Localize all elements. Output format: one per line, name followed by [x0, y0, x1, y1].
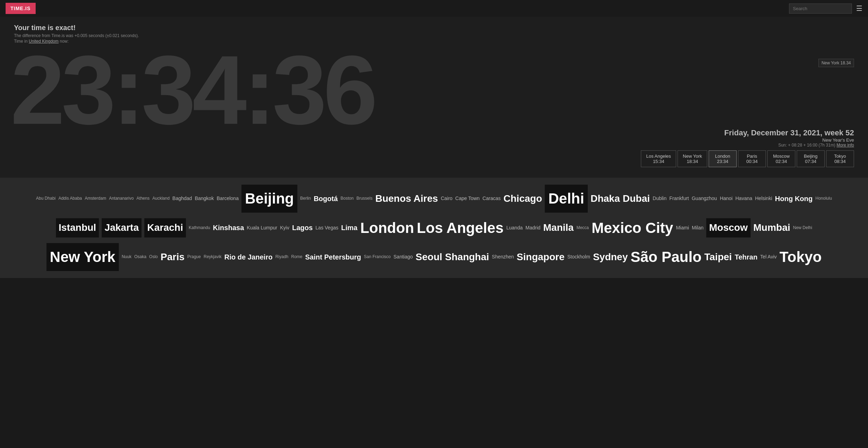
city-tag[interactable]: Athens — [137, 195, 150, 202]
city-tag[interactable]: Dubai — [623, 190, 650, 207]
city-tag[interactable]: Brussels — [356, 195, 372, 202]
city-tag[interactable]: Dublin — [653, 194, 667, 203]
logo[interactable]: TIME.IS — [6, 3, 36, 14]
city-time-box[interactable]: Beijing07:34 — [797, 150, 825, 167]
city-time-box[interactable]: New York18:34 — [678, 150, 707, 167]
city-tag[interactable]: Los Angeles — [417, 215, 504, 241]
city-tag[interactable]: São Paulo — [631, 244, 702, 270]
city-tag[interactable]: Caracas — [483, 194, 501, 203]
city-tag[interactable]: Beijing — [241, 185, 297, 213]
city-tag[interactable]: Antananarivo — [109, 195, 134, 202]
city-tag[interactable]: Kyiv — [280, 223, 289, 232]
city-tag[interactable]: Shanghai — [445, 248, 489, 266]
city-tag[interactable]: Havana — [735, 194, 752, 203]
city-time-box[interactable]: Tokyo08:34 — [826, 150, 854, 167]
city-tag[interactable]: Luanda — [506, 223, 523, 232]
city-tag[interactable]: Delhi — [545, 185, 588, 213]
city-tag[interactable]: Karachi — [144, 218, 186, 237]
city-time-value: 18:34 — [683, 159, 702, 164]
city-tag[interactable]: Miami — [676, 223, 689, 232]
city-tag[interactable]: Rio de Janeiro — [224, 251, 273, 263]
city-tag[interactable]: Amsterdam — [85, 195, 106, 202]
city-tag[interactable]: Riyadh — [275, 253, 288, 261]
city-tag[interactable]: Auckland — [152, 195, 169, 202]
city-tag[interactable]: Bogotá — [314, 192, 338, 205]
city-tag[interactable]: Prague — [187, 253, 201, 261]
city-tag[interactable]: Addis Ababa — [58, 195, 82, 202]
city-tag[interactable]: London — [360, 215, 414, 241]
city-tag[interactable]: Bangkok — [195, 194, 214, 203]
city-tag[interactable]: Reykjavik — [204, 253, 222, 261]
city-name: Paris — [743, 154, 761, 159]
city-tag[interactable]: Taipei — [704, 248, 732, 266]
city-tag[interactable]: Boston — [341, 195, 354, 202]
time-section: Your time is exact! The difference from … — [0, 17, 868, 178]
menu-icon[interactable]: ☰ — [856, 4, 862, 13]
city-tag[interactable]: Saint Petersburg — [305, 251, 361, 263]
city-tag[interactable]: Baghdad — [172, 194, 192, 203]
city-tag[interactable]: Kinshasa — [213, 221, 244, 234]
city-tag[interactable]: Tokyo — [780, 244, 822, 270]
city-tag[interactable]: Honolulu — [816, 195, 832, 202]
city-tag[interactable]: Jakarta — [102, 218, 142, 237]
search-input[interactable] — [789, 3, 852, 14]
city-tag[interactable]: Madrid — [526, 223, 541, 232]
city-tag[interactable]: Kuala Lumpur — [247, 223, 277, 232]
city-tag[interactable]: Kathmandu — [189, 224, 210, 232]
city-times: Los Angeles15:34New York18:34London23:34… — [14, 150, 854, 167]
city-time-box[interactable]: Los Angeles15:34 — [641, 150, 676, 167]
city-tag[interactable]: Hanoi — [720, 194, 733, 203]
city-tag[interactable]: Lagos — [292, 221, 313, 234]
city-tag[interactable]: Rome — [291, 253, 302, 261]
cities-section: Abu Dhabi Addis Ababa Amsterdam Antanana… — [0, 178, 868, 278]
city-tag[interactable]: Guangzhou — [692, 194, 717, 203]
city-tag[interactable]: Hong Kong — [775, 192, 813, 205]
city-tag[interactable]: Manila — [543, 219, 574, 236]
city-tag[interactable]: Las Vegas — [316, 223, 338, 232]
city-tag[interactable]: Lima — [341, 221, 357, 234]
city-tag[interactable]: Barcelona — [217, 194, 239, 203]
city-tag[interactable]: Osaka — [134, 253, 146, 261]
city-tag[interactable]: Tehran — [735, 251, 757, 263]
city-tag[interactable]: Santiago — [393, 253, 413, 261]
city-tag[interactable]: Shenzhen — [492, 253, 514, 261]
city-time-value: 15:34 — [646, 159, 671, 164]
city-tag[interactable]: Paris — [161, 248, 185, 266]
city-name: Beijing — [802, 154, 819, 159]
city-tag[interactable]: Helsinki — [755, 194, 772, 203]
city-tag[interactable]: Nuuk — [122, 253, 131, 261]
more-info-link[interactable]: More info — [837, 143, 854, 148]
city-tag[interactable]: Mumbai — [753, 219, 790, 236]
city-time-box[interactable]: Paris00:34 — [738, 150, 766, 167]
city-tag[interactable]: Cape Town — [455, 194, 480, 203]
city-time-value: 02:34 — [773, 159, 790, 164]
city-tag[interactable]: Singapore — [517, 248, 565, 266]
city-tag[interactable]: New Delhi — [793, 224, 812, 232]
city-name: New York — [683, 154, 702, 159]
city-tag[interactable]: Istanbul — [56, 218, 99, 237]
city-time-box[interactable]: London23:34 — [709, 150, 737, 167]
city-tag[interactable]: Chicago — [504, 190, 542, 207]
city-tag[interactable]: Oslo — [149, 253, 158, 261]
city-tag[interactable]: Stockholm — [567, 253, 590, 261]
city-tag[interactable]: Milan — [692, 223, 703, 232]
city-time-box[interactable]: Moscow02:34 — [767, 150, 795, 167]
city-time-value: 07:34 — [802, 159, 819, 164]
city-time-value: 08:34 — [831, 159, 849, 164]
city-tag[interactable]: Berlin — [300, 195, 311, 202]
city-tag[interactable]: Dhaka — [591, 190, 620, 207]
city-tag[interactable]: New York — [46, 243, 119, 271]
city-tag[interactable]: San Francisco — [364, 253, 391, 261]
city-name: London — [714, 154, 731, 159]
city-tag[interactable]: Mecca — [577, 224, 589, 232]
city-tag[interactable]: Mexico City — [592, 215, 673, 241]
cities-cloud: Abu Dhabi Addis Ababa Amsterdam Antanana… — [28, 185, 840, 271]
city-tag[interactable]: Seoul — [415, 248, 442, 266]
city-tag[interactable]: Abu Dhabi — [36, 195, 56, 202]
city-tag[interactable]: Buenos Aires — [375, 190, 438, 207]
city-tag[interactable]: Frankfurt — [669, 194, 689, 203]
city-tag[interactable]: Sydney — [593, 248, 628, 266]
city-tag[interactable]: Tel Aviv — [760, 253, 777, 261]
city-tag[interactable]: Moscow — [706, 218, 750, 237]
city-tag[interactable]: Cairo — [441, 194, 452, 203]
